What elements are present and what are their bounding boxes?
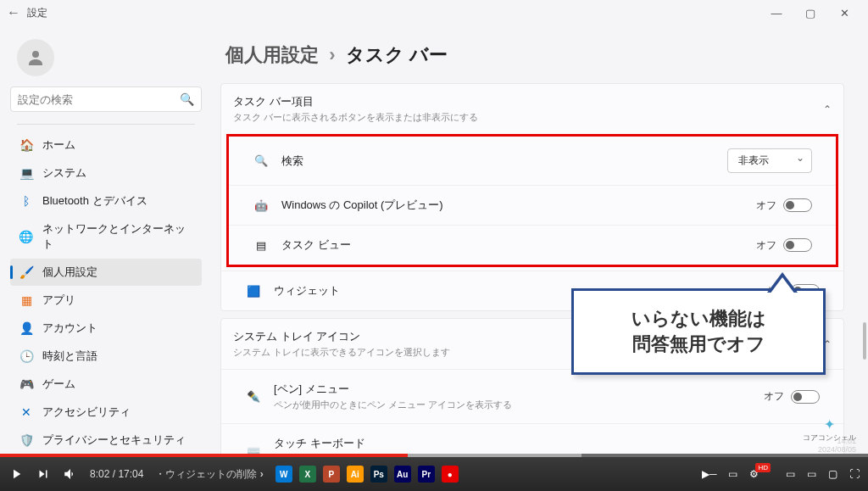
sidebar-item-bluetooth[interactable]: ᛒBluetooth とデバイス [10, 187, 202, 215]
taskbar-items-card: タスク バー項目 タスク バーに表示されるボタンを表示または非表示にする ⌃ 🔍… [220, 83, 844, 311]
sidebar-item-account[interactable]: 👤アカウント [10, 315, 202, 342]
callout-annotation: いらない機能は 問答無用でオフ [571, 288, 826, 375]
fullscreen-button[interactable]: ⛶ [849, 468, 860, 480]
breadcrumb-parent[interactable]: 個人用設定 [225, 44, 319, 65]
window-titlebar: ← 設定 — ▢ ✕ [0, 0, 868, 25]
avatar[interactable] [17, 39, 54, 76]
row-taskview[interactable]: ▤ タスク ビュー オフ [229, 225, 836, 265]
video-time: 8:02 / 17:04 [90, 468, 143, 480]
search-dropdown[interactable]: 非表示 [727, 148, 812, 173]
search-icon: 🔍 [180, 92, 194, 106]
breadcrumb: 個人用設定 › タスク バー [225, 42, 844, 68]
pen-toggle[interactable] [791, 390, 820, 404]
settings-button[interactable]: ⚙HD [749, 468, 774, 480]
taskview-toggle[interactable] [783, 238, 812, 252]
sparkle-icon: ✦ [803, 416, 856, 432]
minimize-button[interactable]: — [766, 7, 787, 20]
subtitles-button[interactable]: ▭ [728, 468, 737, 480]
window-title: 設定 [27, 6, 766, 20]
breadcrumb-current: タスク バー [346, 44, 448, 65]
sidebar-item-time[interactable]: 🕒時刻と言語 [10, 343, 202, 370]
brush-icon: 🖌️ [19, 265, 34, 280]
accessibility-icon: ✕ [19, 405, 34, 420]
row-search[interactable]: 🔍 検索 非表示 [229, 137, 836, 185]
content-pane: 個人用設定 › タスク バー タスク バー項目 タスク バーに表示されるボタンを… [212, 25, 868, 458]
taskbar-apps-overlay: WXPAiPsAuPr● [275, 466, 459, 483]
sidebar-item-gaming[interactable]: 🎮ゲーム [10, 371, 202, 398]
video-player-bar: 8:02 / 17:04 ・ウィジェットの削除 › WXPAiPsAuPr● ▶… [0, 457, 868, 491]
close-button[interactable]: ✕ [834, 7, 854, 20]
row-pen[interactable]: ✒️ [ペン] メニューペンが使用中のときにペン メニュー アイコンを表示する … [221, 369, 843, 423]
taskview-icon: ▤ [253, 239, 270, 252]
shield-icon: 🛡️ [19, 432, 34, 448]
theater-button[interactable]: ▭ [807, 468, 816, 480]
chevron-right-icon: › [329, 44, 335, 65]
system-icon: 💻 [19, 165, 34, 181]
search-input[interactable] [18, 93, 180, 106]
window-controls: — ▢ ✕ [766, 7, 861, 20]
row-copilot[interactable]: 🤖 Windows の Copilot (プレビュー) オフ [229, 185, 836, 225]
system-clock: 14:01 2024/08/05 [818, 437, 856, 454]
copilot-toggle[interactable] [783, 198, 812, 212]
chevron-up-icon: ⌃ [823, 103, 832, 115]
network-icon: 🌐 [19, 229, 34, 244]
pen-icon: ✒️ [245, 390, 262, 403]
maximize-button[interactable]: ▢ [800, 7, 821, 20]
sidebar: 🔍 🏠ホーム 💻システム ᛒBluetooth とデバイス 🌐ネットワークとイン… [0, 25, 212, 458]
search-icon: 🔍 [253, 154, 270, 167]
sidebar-item-network[interactable]: 🌐ネットワークとインターネット [10, 215, 202, 258]
svg-point-0 [32, 51, 39, 58]
card-header-taskbar-items[interactable]: タスク バー項目 タスク バーに表示されるボタンを表示または非表示にする ⌃ [221, 84, 843, 134]
gaming-icon: 🎮 [19, 377, 34, 392]
sidebar-item-system[interactable]: 💻システム [10, 159, 202, 187]
autoplay-toggle[interactable]: ▶─ [702, 468, 717, 480]
highlight-box: 🔍 検索 非表示 🤖 Windows の Copilot (プレビュー) オフ … [226, 134, 838, 267]
sidebar-item-privacy[interactable]: 🛡️プライバシーとセキュリティ [10, 427, 202, 454]
volume-button[interactable] [63, 466, 78, 482]
search-box[interactable]: 🔍 [10, 86, 202, 112]
copilot-icon: 🤖 [253, 199, 270, 212]
clock-icon: 🕒 [19, 349, 34, 364]
sidebar-item-apps[interactable]: ▦アプリ [10, 287, 202, 314]
next-button[interactable] [36, 466, 51, 482]
bluetooth-icon: ᛒ [19, 193, 34, 209]
video-chapter[interactable]: ・ウィジェットの削除 › [155, 467, 263, 482]
miniplayer-button[interactable]: ▭ [786, 468, 795, 480]
sidebar-item-personalization[interactable]: 🖌️個人用設定 [10, 259, 202, 286]
home-icon: 🏠 [19, 137, 34, 153]
apps-icon: ▦ [19, 293, 34, 308]
widgets-icon: 🟦 [245, 285, 262, 298]
cast-button[interactable]: ▢ [828, 468, 837, 480]
account-icon: 👤 [19, 321, 34, 336]
sidebar-item-home[interactable]: 🏠ホーム [10, 131, 202, 159]
row-touchkb[interactable]: ⌨️ タッチ キーボードタッチ キーボード アイコンを表示 [221, 423, 843, 458]
scrollbar-thumb[interactable] [863, 322, 866, 360]
play-button[interactable] [8, 466, 24, 482]
sidebar-item-accessibility[interactable]: ✕アクセシビリティ [10, 399, 202, 426]
back-icon[interactable]: ← [7, 5, 20, 20]
